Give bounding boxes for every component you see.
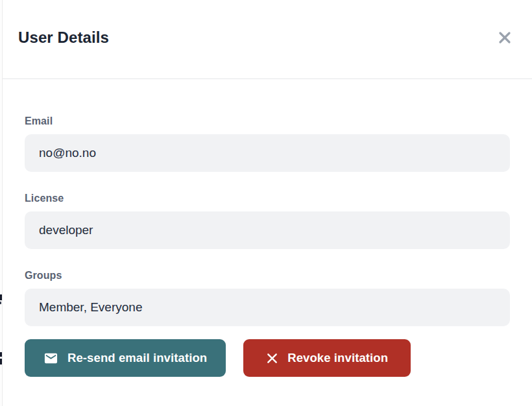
x-icon xyxy=(266,352,278,364)
revoke-invitation-button[interactable]: Revoke invitation xyxy=(243,339,411,377)
groups-field-group: Groups xyxy=(25,270,510,326)
license-label: License xyxy=(25,193,510,204)
resend-button-label: Re-send email invitation xyxy=(67,351,207,365)
revoke-button-label: Revoke invitation xyxy=(287,351,388,365)
backdrop-artifact xyxy=(0,352,2,357)
envelope-icon xyxy=(43,351,58,366)
groups-field[interactable] xyxy=(25,289,510,326)
email-field[interactable] xyxy=(25,134,510,172)
license-field[interactable] xyxy=(25,211,510,249)
modal-body: Email License Groups Re-send xyxy=(3,79,532,377)
resend-email-invitation-button[interactable]: Re-send email invitation xyxy=(25,339,226,377)
email-field-group: Email xyxy=(25,115,510,172)
modal-title: User Details xyxy=(18,29,109,47)
backdrop-artifact xyxy=(0,302,1,304)
action-button-row: Re-send email invitation Revoke invitati… xyxy=(25,339,510,377)
user-details-modal: User Details Email License Gr xyxy=(3,0,532,406)
email-label: Email xyxy=(25,115,510,127)
backdrop-artifact xyxy=(0,359,2,364)
license-field-group: License xyxy=(25,193,510,249)
backdrop-artifact xyxy=(0,294,2,300)
close-button[interactable] xyxy=(494,27,515,48)
x-close-icon xyxy=(497,30,513,45)
modal-header: User Details xyxy=(3,0,532,79)
groups-label: Groups xyxy=(25,270,510,281)
page-background: User Details Email License Gr xyxy=(0,0,532,406)
